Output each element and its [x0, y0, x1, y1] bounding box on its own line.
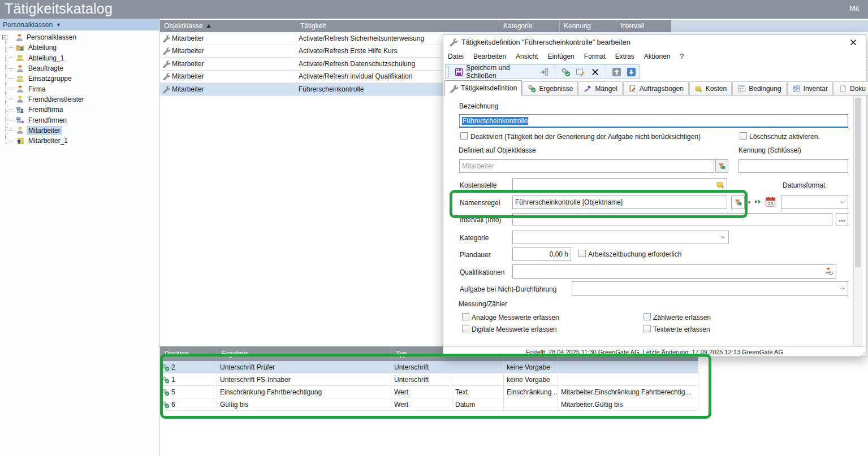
digitale-messwerte-checkbox[interactable]	[462, 325, 469, 332]
tab-bedingung[interactable]: Bedingung	[732, 81, 786, 95]
column-header-kennung[interactable]: Kennung	[560, 20, 616, 32]
menu-item-format[interactable]: Format	[584, 53, 606, 60]
menu-item-aktionen[interactable]: Aktionen	[644, 53, 671, 60]
document-icon	[839, 84, 847, 93]
loeschschutz-checkbox[interactable]	[740, 132, 747, 140]
cell-taetigkeit: Activate/Refresh Erste Hilfe Kurs	[299, 47, 398, 55]
scrollbar-thumb[interactable]	[855, 98, 861, 267]
close-icon[interactable]	[849, 38, 858, 47]
bezeichnung-label: Bezeichnung	[459, 102, 498, 110]
kostenstelle-input[interactable]	[512, 178, 727, 191]
tree-header-dropdown[interactable]: Personalklassen ▼	[0, 19, 159, 31]
tab-t-tigkeitsdefinition[interactable]: Tätigkeitsdefinition	[444, 80, 522, 95]
arrow-up-icon	[612, 67, 621, 77]
sidebar-item-label: Mitarbeiter_1	[27, 136, 70, 145]
dialog-toolbar: Speichern und Schließen	[445, 64, 640, 79]
wrench-icon	[162, 72, 170, 80]
arbeitszeitbuchung-checkbox[interactable]	[578, 250, 586, 257]
move-up-button[interactable]	[611, 67, 623, 77]
deaktiviert-checkbox[interactable]	[460, 132, 468, 140]
link-check-icon	[528, 84, 536, 93]
tab-ergebnisse[interactable]: Ergebnisse	[522, 81, 578, 95]
tree-expander-icon[interactable]: −	[2, 35, 7, 40]
tab-doku[interactable]: Doku	[834, 81, 868, 95]
column-header-intervall[interactable]: Intervall	[616, 20, 671, 32]
textwerte-checkbox[interactable]	[644, 325, 651, 332]
table-row[interactable]: 6Gültig bisWertDatumMitarbeiter.Gültig b…	[160, 398, 698, 411]
tab-label: Tätigkeitsdefinition	[461, 84, 517, 92]
coins-icon[interactable]	[716, 180, 725, 189]
namensregel-rule-button[interactable]	[731, 196, 745, 209]
namensregel-input[interactable]: Führerscheinkontrolle [Objektname]	[512, 196, 727, 209]
title-bar: Tätigkeitskatalog Mit	[0, 0, 868, 19]
table-row[interactable]: 1Unterschrift FS-InhaberUnterschriftkein…	[160, 374, 698, 386]
menu-item-einfgen[interactable]: Einfügen	[547, 53, 574, 60]
calendar-icon[interactable]: 23	[765, 196, 776, 207]
results-column-header-position[interactable]: Position	[160, 346, 217, 361]
result-cell: Mitarbeiter.Einschränkung Fahrtberechtig…	[561, 388, 690, 396]
wrench-icon	[162, 34, 170, 42]
analoge-messwerte-checkbox[interactable]	[462, 313, 469, 320]
table-row[interactable]: 5Einschränkung FahrtberechtigungWertText…	[160, 386, 698, 398]
sidebar-item-firma[interactable]: Firma	[0, 84, 159, 94]
save-and-exit-button[interactable]	[538, 67, 550, 77]
link-results-button[interactable]	[560, 67, 572, 77]
qualifikationen-input[interactable]	[512, 264, 836, 279]
column-header-kategorie[interactable]: Kategorie	[499, 20, 560, 32]
kategorie-select[interactable]	[512, 231, 729, 244]
menu-item-?[interactable]: ?	[680, 53, 684, 60]
sync-arrows-icon[interactable]	[754, 197, 763, 206]
resize-grip[interactable]	[859, 350, 865, 356]
kennung-input[interactable]	[739, 159, 848, 173]
objektklasse-input[interactable]: Mitarbeiter	[459, 159, 714, 173]
sidebar-item-mitarbeiter[interactable]: Mitarbeiter	[0, 125, 159, 136]
machine-person-icon	[16, 106, 24, 114]
objektklasse-picker-button[interactable]	[715, 159, 728, 173]
column-header-objektklasse[interactable]: Objektklasse	[160, 20, 296, 32]
intervall-ellipsis-button[interactable]: …	[836, 213, 848, 225]
menu-item-bearbeiten[interactable]: Bearbeiten	[473, 53, 506, 60]
intervall-input[interactable]	[512, 213, 832, 225]
sidebar-item-mitarbeiter-1[interactable]: Mitarbeiter_1	[0, 136, 159, 146]
dialog-scrollbar[interactable]	[853, 95, 862, 346]
table-row[interactable]: 2Unterschrift PrüferUnterschriftkeine Vo…	[160, 361, 698, 374]
sidebar-item-beauftragte[interactable]: Beauftragte	[0, 63, 159, 73]
sidebar-item-fremddienstleister[interactable]: Fremddienstleister	[0, 94, 159, 105]
edit-table-button[interactable]	[575, 67, 586, 77]
save-and-close-button[interactable]: Speichern und Schließen	[454, 63, 536, 80]
folder-spade-icon	[16, 137, 24, 145]
sidebar-item-label: Mitarbeiter	[27, 126, 62, 135]
chevron-down-icon[interactable]: ▼	[747, 200, 752, 205]
results-column-header-ergebnis[interactable]: Ergebnis	[217, 346, 391, 361]
worker-orange-icon	[15, 33, 24, 42]
bezeichnung-input[interactable]: Führerscheinkontrolle	[459, 114, 848, 128]
worker-gear-icon[interactable]	[824, 267, 834, 276]
move-down-button[interactable]	[625, 67, 637, 77]
menu-item-ansicht[interactable]: Ansicht	[516, 53, 538, 60]
toolbar-grip[interactable]	[448, 67, 450, 77]
aufgabe-select[interactable]	[572, 281, 848, 296]
plandauer-input[interactable]: 0,00 h	[512, 247, 571, 261]
datumsformat-select[interactable]	[781, 196, 848, 209]
funnel-icon	[734, 198, 742, 207]
sidebar-item-label: Firma	[27, 85, 47, 94]
sidebar-item-abteilung[interactable]: Abteilung	[0, 42, 159, 53]
sidebar-item-fremdfirmen[interactable]: Fremdfirmen	[0, 115, 159, 125]
column-header-tätigkeit[interactable]: Tätigkeit	[296, 20, 499, 32]
tab-auftragsbogen[interactable]: Auftragsbogen	[623, 81, 689, 95]
sidebar-item-personalklassen[interactable]: −Personalklassen	[0, 32, 159, 42]
menu-item-datei[interactable]: Datei	[448, 53, 464, 60]
tab-inventar[interactable]: Inventar	[787, 81, 833, 95]
tab-kosten[interactable]: Kosten	[689, 81, 732, 95]
aufgabe-label: Aufgabe bei Nicht-Durchführung	[460, 285, 556, 293]
sidebar-item-abteilung-1[interactable]: Abteilung_1	[0, 53, 159, 63]
tab-m-ngel[interactable]: Mängel	[578, 81, 622, 95]
sidebar-item-einsatzgruppe[interactable]: Einsatzgruppe	[0, 73, 159, 84]
result-cell: 5	[171, 388, 175, 396]
delete-button[interactable]	[589, 67, 601, 77]
link-check-icon	[162, 376, 170, 384]
menu-item-extras[interactable]: Extras	[615, 53, 634, 60]
sidebar-item-fremdfirma[interactable]: Fremdfirma	[0, 105, 159, 115]
zaehlwerte-checkbox[interactable]	[644, 313, 651, 320]
namensregel-value: Führerscheinkontrolle [Objektname]	[515, 198, 623, 206]
